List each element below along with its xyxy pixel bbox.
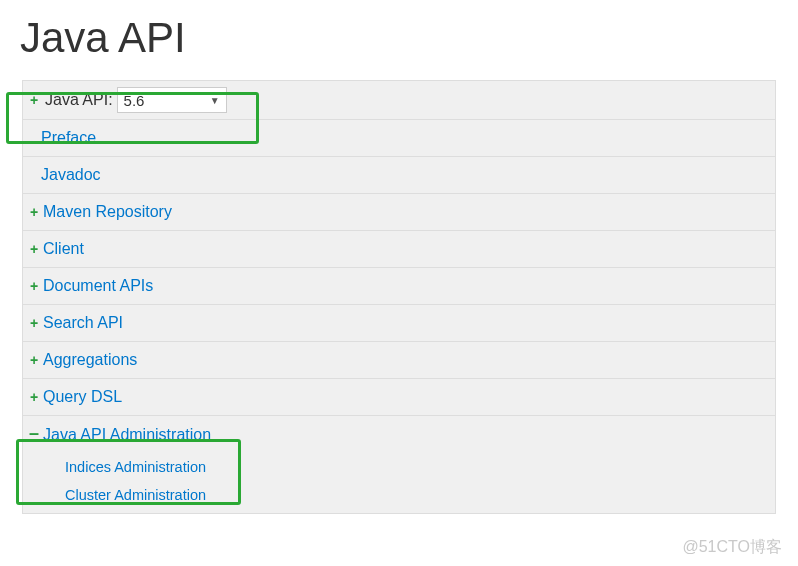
nav-item-query-dsl[interactable]: + Query DSL xyxy=(23,379,775,416)
nav-subitem-cluster-admin[interactable]: Cluster Administration xyxy=(23,481,775,513)
nav-item-client[interactable]: + Client xyxy=(23,231,775,268)
nav-subitem-indices-admin[interactable]: Indices Administration xyxy=(23,453,775,481)
version-row: + Java API: 5.6 ▼ xyxy=(23,81,775,120)
search-api-link[interactable]: Search API xyxy=(43,306,123,340)
nav-item-search-api[interactable]: + Search API xyxy=(23,305,775,342)
aggregations-link[interactable]: Aggregations xyxy=(43,343,137,377)
javadoc-link[interactable]: Javadoc xyxy=(41,158,101,192)
admin-link[interactable]: Java API Administration xyxy=(43,418,211,452)
minus-icon[interactable]: – xyxy=(25,428,43,439)
nav-item-preface[interactable]: Preface xyxy=(23,120,775,157)
nav-item-maven[interactable]: + Maven Repository xyxy=(23,194,775,231)
plus-icon[interactable]: + xyxy=(25,353,43,367)
plus-icon[interactable]: + xyxy=(25,205,43,219)
page-title: Java API xyxy=(0,0,798,80)
version-select[interactable]: 5.6 ▼ xyxy=(117,87,227,113)
preface-link[interactable]: Preface xyxy=(41,121,96,155)
version-selected-value: 5.6 xyxy=(124,92,145,109)
watermark: @51CTO博客 xyxy=(682,537,782,558)
plus-icon[interactable]: + xyxy=(25,390,43,404)
query-dsl-link[interactable]: Query DSL xyxy=(43,380,122,414)
nav-tree: + Java API: 5.6 ▼ Preface Javadoc + Mave… xyxy=(22,80,776,514)
chevron-down-icon: ▼ xyxy=(210,95,220,106)
nav-item-aggregations[interactable]: + Aggregations xyxy=(23,342,775,379)
version-label: Java API: xyxy=(45,91,113,109)
nav-item-admin[interactable]: – Java API Administration xyxy=(23,416,775,453)
plus-icon[interactable]: + xyxy=(25,93,43,107)
cluster-admin-link[interactable]: Cluster Administration xyxy=(65,487,206,503)
document-apis-link[interactable]: Document APIs xyxy=(43,269,153,303)
indices-admin-link[interactable]: Indices Administration xyxy=(65,459,206,475)
plus-icon[interactable]: + xyxy=(25,316,43,330)
plus-icon[interactable]: + xyxy=(25,242,43,256)
client-link[interactable]: Client xyxy=(43,232,84,266)
nav-item-document-apis[interactable]: + Document APIs xyxy=(23,268,775,305)
nav-item-javadoc[interactable]: Javadoc xyxy=(23,157,775,194)
plus-icon[interactable]: + xyxy=(25,279,43,293)
maven-link[interactable]: Maven Repository xyxy=(43,195,172,229)
